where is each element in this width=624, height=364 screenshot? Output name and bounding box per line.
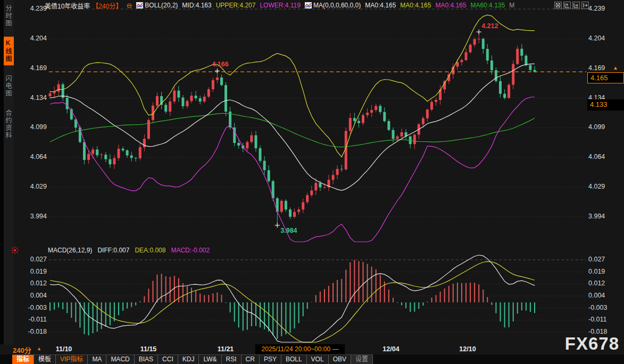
price-axis-label: 4.029	[30, 183, 47, 190]
time-axis-date: 12/04	[382, 345, 399, 353]
toolbar-item-obv[interactable]: OBV	[329, 354, 351, 364]
alert-dot-icon	[11, 247, 19, 256]
toolbar-item-vip-indicators[interactable]: VIP指标	[56, 354, 88, 364]
time-axis-date: 11/10	[56, 345, 72, 353]
macd-axis-label: 0.027	[30, 256, 47, 263]
macd-value: MACD:-0.002	[171, 247, 210, 254]
price-axis-label: 3.994	[588, 213, 605, 220]
sidebar-item-time-chart[interactable]: 分时图	[4, 2, 14, 30]
sidebar-item-tick-chart[interactable]: 闪电图	[4, 72, 14, 100]
boll-label: BOLL(20,2)	[145, 2, 178, 9]
price-axis-label: 4.099	[588, 123, 605, 131]
price-axis-label: 4.029	[588, 183, 605, 190]
time-axis-date: 12/10	[459, 345, 476, 353]
period-selector[interactable]: 240分	[13, 345, 31, 355]
price-axis-label: 4.134	[30, 94, 47, 101]
time-axis-date: 11/21	[218, 345, 234, 353]
macd-axis-label: -0.003	[588, 304, 607, 311]
price-axis-label: 4.064	[30, 153, 47, 160]
boll-lower-value: LOWER:4.119	[260, 2, 300, 9]
macd-params-label: MACD(26,12,9)	[48, 247, 92, 254]
zoom-out-range-icon[interactable]	[572, 2, 580, 9]
sidebar-item-kline-chart[interactable]: K线图	[4, 37, 14, 65]
ma-label: MA(0,0,0,60,0,0)	[313, 2, 361, 9]
swing-high-annotation: 4.166	[212, 61, 228, 68]
time-axis: 240分 ▲ 11/1011/1511/2112/0412/10 2025/11…	[0, 344, 624, 354]
boll-chart-icon[interactable]	[136, 2, 143, 9]
indicator-toolbar: 指标模板VIP指标MAMACDBIASCCIKDJLW&RSICRPSYBOLL…	[0, 354, 624, 364]
macd-axis-label: 0.019	[588, 268, 605, 275]
macd-axis-label: -0.003	[28, 304, 47, 311]
toolbar-item-macd[interactable]: MACD	[106, 354, 134, 364]
period-tag: 【240分】	[92, 1, 122, 10]
macd-axis-label: 0.004	[30, 292, 47, 299]
ma0-white-value: MA0:4.165	[365, 2, 396, 9]
macd-axis-label: 0.012	[30, 280, 47, 287]
price-axis-label: 4.064	[588, 153, 605, 160]
toolbar-item-boll[interactable]: BOLL	[281, 354, 307, 364]
ma60-value: MA60:4.135	[470, 2, 505, 9]
toolbar-item-lwr[interactable]: LW&	[199, 354, 221, 364]
macd-axis-label: 0.012	[588, 280, 605, 287]
macd-axis-label: 0.004	[588, 292, 605, 299]
price-axis-label: 4.239	[588, 5, 605, 12]
more-indicator-button[interactable]: M	[509, 2, 514, 9]
boll-mid-value: MID:4.163	[182, 2, 211, 9]
current-price-box: 4.165	[587, 72, 624, 83]
sidebar-item-contract-info[interactable]: 合约资料	[4, 107, 14, 142]
toolbar-item-settings[interactable]: 设置	[351, 354, 373, 364]
left-price-axis: 4.2394.2044.1694.1344.0994.0644.0293.994…	[16, 0, 47, 364]
macd-axis-label: -0.011	[28, 316, 47, 323]
chart-mode-sidebar: 分时图 K线图 闪电图 合约资料	[4, 0, 14, 344]
selected-bar-range[interactable]: 2025/11/24 20:00~00:00 —	[255, 344, 345, 354]
price-axis-label: 4.099	[30, 123, 47, 131]
macd-dea-value: DEA:0.008	[135, 247, 165, 254]
toolbar-item-cci[interactable]: CCI	[158, 354, 178, 364]
toolbar-item-vol[interactable]: VOL	[307, 354, 329, 364]
zoom-in-range-icon[interactable]	[563, 2, 571, 9]
chart-header: 美债10年收益率 【240分】 ⊖ BOLL(20,2) MID:4.163 U…	[14, 1, 514, 10]
price-axis-label: 4.204	[30, 35, 47, 42]
left-edge-strip	[0, 0, 4, 344]
ma-chart-icon[interactable]	[305, 2, 312, 9]
ma0-magenta-value: MA0:4.165	[435, 2, 466, 9]
price-axis-label: 4.169	[588, 64, 605, 72]
crosshair-tool-icon[interactable]	[554, 2, 562, 9]
ma0-yellow-value: MA0:4.165	[400, 2, 431, 9]
macd-axis-label: 0.019	[30, 268, 47, 275]
boll-upper-value: UPPER:4.207	[216, 2, 256, 9]
pan-right-icon[interactable]	[581, 2, 589, 9]
macd-diff-value: DIFF:0.007	[97, 247, 129, 254]
chart-tool-icons	[554, 2, 589, 9]
toolbar-item-templates[interactable]: 模板	[34, 354, 56, 364]
macd-axis-label: -0.011	[588, 316, 607, 323]
right-price-axis: 4.2394.2044.1694.1344.0994.0644.0293.994…	[588, 0, 623, 364]
peak-high-annotation: 4.212	[481, 22, 498, 30]
trading-app-window: 分时图 K线图 闪电图 合约资料 美债10年收益率 【240分】 ⊖ BOLL(…	[0, 0, 624, 364]
toolbar-item-kdj[interactable]: KDJ	[178, 354, 199, 364]
symbol-title: 美债10年收益率	[45, 1, 90, 10]
period-arrow-icon: ▲	[37, 346, 41, 351]
secondary-price-box: 4.133	[587, 99, 624, 111]
toolbar-item-psy[interactable]: PSY	[260, 354, 281, 364]
macd-axis-label: -0.018	[28, 328, 47, 335]
price-up-arrow-icon: ▲	[613, 65, 618, 71]
toolbar-item-indicators[interactable]: 指标	[12, 354, 34, 364]
price-axis-label: 4.204	[588, 35, 605, 42]
toolbar-item-bias[interactable]: BIAS	[135, 354, 158, 364]
price-axis-label: 4.169	[30, 64, 47, 72]
toolbar-item-cr[interactable]: CR	[242, 354, 260, 364]
toolbar-item-rsi[interactable]: RSI	[222, 354, 242, 364]
collapse-indicator-icon[interactable]: ⊖	[126, 2, 132, 9]
macd-panel-header: MACD(26,12,9) DIFF:0.007 DEA:0.008 MACD:…	[48, 247, 210, 254]
price-axis-label: 3.994	[30, 213, 47, 220]
macd-axis-label: 0.027	[588, 256, 605, 263]
toolbar-item-ma[interactable]: MA	[88, 354, 106, 364]
watermark: FX678	[565, 334, 619, 354]
swing-low-annotation: 3.984	[280, 227, 297, 234]
time-axis-date: 11/15	[140, 345, 157, 353]
